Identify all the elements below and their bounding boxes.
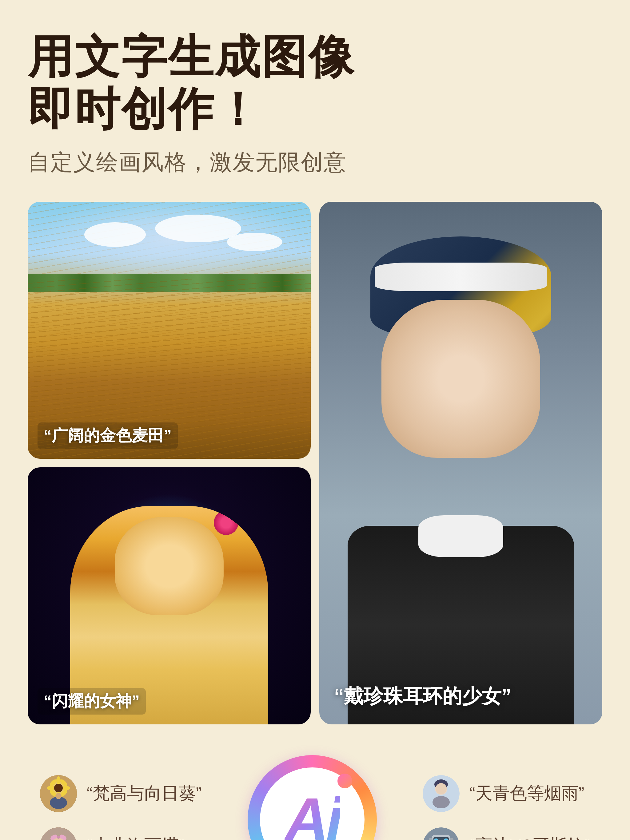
- subtitle: 自定义绘画风格，激发无限创意: [28, 148, 602, 177]
- vangogh-avatar-icon: [40, 775, 77, 812]
- svg-point-18: [57, 836, 60, 839]
- avatar: [423, 827, 459, 840]
- portrait-face: [381, 300, 540, 458]
- goddess-image[interactable]: “闪耀的女神”: [28, 467, 311, 725]
- robot-avatar-icon: [423, 827, 459, 840]
- svg-rect-31: [450, 838, 453, 840]
- list-item[interactable]: “天青色等烟雨”: [423, 775, 590, 812]
- avatar: [423, 775, 459, 812]
- robot-label: “高达VS哥斯拉”: [469, 834, 590, 840]
- headline-line1: 用文字生成图像: [28, 32, 355, 82]
- headline-line2: 即时创作！: [28, 84, 261, 134]
- vangogh-label: “梵高与向日葵”: [87, 782, 201, 805]
- goddess-face: [115, 517, 224, 615]
- ai-dot: [337, 774, 352, 788]
- svg-point-21: [432, 796, 450, 808]
- portrait-collar: [418, 515, 503, 557]
- tianyanse-avatar-icon: [423, 775, 459, 812]
- portrait-caption: “戴珍珠耳环的少女”: [334, 683, 511, 710]
- ai-text: Ai: [285, 789, 340, 840]
- bottom-section: “梵高与向日葵” “古典洛丽塔”: [28, 749, 602, 840]
- portrait-head: [348, 228, 574, 515]
- cloud-decoration: [227, 233, 282, 251]
- bottom-left-items: “梵高与向日葵” “古典洛丽塔”: [40, 775, 201, 840]
- list-item[interactable]: “梵高与向日葵”: [40, 775, 201, 812]
- bottom-right-items: “天青色等烟雨”: [423, 775, 590, 840]
- cloud-decoration: [84, 222, 146, 247]
- avatar: [40, 775, 77, 812]
- wheat-field-caption: “广阔的金色麦田”: [38, 422, 178, 449]
- classical-lady-avatar-icon: [40, 827, 77, 840]
- goddess-flower: [214, 510, 238, 535]
- list-item[interactable]: “高达VS哥斯拉”: [423, 827, 590, 840]
- wheat-field-image[interactable]: “广阔的金色麦田”: [28, 202, 311, 459]
- goddess-caption: “闪耀的女神”: [38, 688, 146, 715]
- svg-point-5: [62, 786, 70, 790]
- headline: 用文字生成图像 即时创作！: [28, 31, 602, 135]
- classical-lady-label: “古典洛丽塔”: [87, 834, 184, 840]
- avatar: [40, 827, 77, 840]
- ai-logo-white-circle: Ai: [260, 767, 364, 840]
- page: 用文字生成图像 即时创作！ 自定义绘画风格，激发无限创意 “广阔的金色麦田” “…: [0, 0, 630, 840]
- portrait-image[interactable]: “戴珍珠耳环的少女”: [319, 202, 602, 725]
- image-grid: “广阔的金色麦田” “闪耀的女神” “戴珍珠耳环的少女”: [28, 202, 602, 725]
- cloud-decoration: [155, 215, 241, 242]
- ai-logo: Ai: [248, 755, 377, 840]
- portrait-white-band: [375, 262, 547, 292]
- svg-rect-30: [429, 838, 432, 840]
- svg-point-23: [435, 783, 446, 794]
- svg-point-12: [55, 793, 62, 799]
- svg-point-4: [47, 786, 55, 790]
- trees-decoration: [28, 274, 311, 292]
- svg-point-2: [56, 776, 60, 785]
- tianyanse-label: “天青色等烟雨”: [469, 782, 584, 805]
- svg-point-10: [54, 784, 63, 793]
- ai-logo-container[interactable]: Ai: [248, 755, 377, 840]
- list-item[interactable]: “古典洛丽塔”: [40, 827, 201, 840]
